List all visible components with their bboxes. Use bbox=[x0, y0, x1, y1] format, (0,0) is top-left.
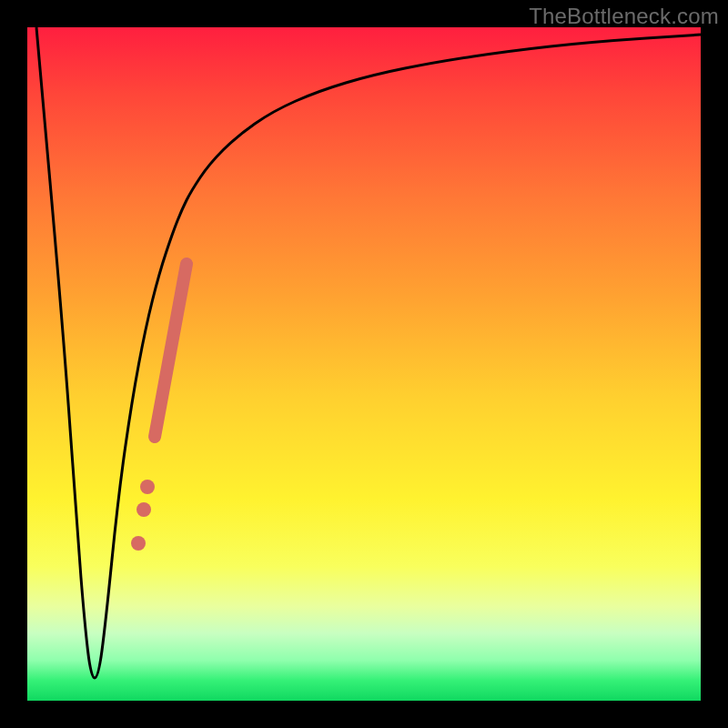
curve-svg bbox=[27, 27, 701, 701]
curve-highlight-segment bbox=[155, 264, 187, 437]
plot-area bbox=[27, 27, 701, 701]
highlight-dot bbox=[140, 480, 155, 494]
highlight-dot bbox=[136, 502, 151, 517]
bottleneck-curve-path bbox=[36, 27, 701, 678]
chart-frame: TheBottleneck.com bbox=[0, 0, 728, 728]
curve-highlight-dots bbox=[131, 480, 155, 551]
highlight-dot bbox=[131, 536, 146, 551]
attribution-label: TheBottleneck.com bbox=[529, 4, 719, 29]
